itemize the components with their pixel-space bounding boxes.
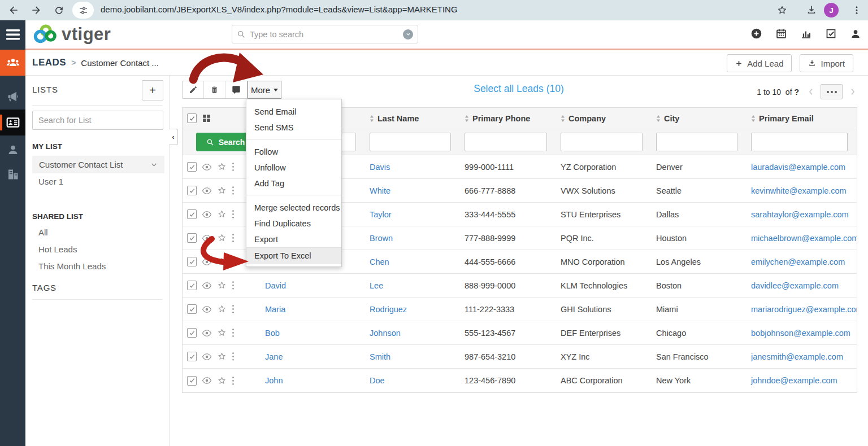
row-actions-kebab-icon[interactable] <box>232 257 235 266</box>
cell-primary-email[interactable]: mariarodriguez@example.com <box>747 305 857 314</box>
cell-primary-email[interactable]: janesmith@example.com <box>747 352 857 361</box>
browser-menu-kebab-icon[interactable] <box>850 3 863 17</box>
row-checkbox[interactable] <box>187 162 197 172</box>
follow-star-icon[interactable] <box>217 162 227 172</box>
table-row[interactable]: John Doe 123-456-7890 ABC Corporation Ne… <box>183 369 857 392</box>
table-row[interactable]: Maria Rodriguez 111-222-3333 GHI Solutio… <box>183 298 857 321</box>
cell-last-name[interactable]: Lee <box>365 281 460 290</box>
pagination-prev-chevron[interactable] <box>806 88 814 95</box>
row-checkbox[interactable] <box>187 233 197 243</box>
column-header-primary-phone[interactable]: Primary Phone <box>460 114 556 123</box>
add-list-button[interactable]: + <box>142 80 163 100</box>
follow-star-icon[interactable] <box>217 257 227 266</box>
follow-star-icon[interactable] <box>217 304 227 314</box>
import-button[interactable]: Import <box>800 54 853 72</box>
address-bar[interactable]: demo.joobilant.com/JBExportXLS_V8/index.… <box>101 5 458 14</box>
follow-star-icon[interactable] <box>217 376 227 386</box>
preview-eye-icon[interactable] <box>202 353 212 361</box>
search-scope-chevron-icon[interactable] <box>403 29 413 40</box>
cell-last-name[interactable]: Smith <box>365 352 460 361</box>
site-settings-icon[interactable] <box>72 2 94 19</box>
rail-leads-contact-card-icon[interactable] <box>0 110 25 135</box>
follow-star-icon[interactable] <box>217 233 227 243</box>
preview-eye-icon[interactable] <box>202 377 212 384</box>
cell-primary-email[interactable]: lauradavis@example.com <box>747 163 857 172</box>
cell-primary-email[interactable]: sarahtaylor@example.com <box>747 210 857 219</box>
follow-star-icon[interactable] <box>217 186 227 195</box>
calendar-icon[interactable] <box>775 28 787 40</box>
rail-organizations-building-icon[interactable] <box>0 161 25 187</box>
column-header-last-name[interactable]: Last Name <box>365 114 460 123</box>
row-actions-kebab-icon[interactable] <box>232 209 235 219</box>
rail-contacts-group-icon[interactable] <box>0 50 25 76</box>
row-actions-kebab-icon[interactable] <box>232 304 235 314</box>
cell-first-name[interactable]: David <box>261 281 365 290</box>
tasks-checkbox-icon[interactable] <box>825 28 837 40</box>
preview-eye-icon[interactable] <box>202 187 212 195</box>
add-lead-button[interactable]: Add Lead <box>727 54 792 72</box>
global-search[interactable] <box>232 25 418 43</box>
cell-last-name[interactable]: Davis <box>365 163 460 172</box>
filter-input-primary-phone[interactable] <box>465 133 547 151</box>
sidebar-item-hot-leads[interactable]: Hot Leads <box>25 241 169 258</box>
global-search-input[interactable] <box>250 30 403 39</box>
sidebar-item-this-month-leads[interactable]: This Month Leads <box>25 258 169 275</box>
column-header-primary-email[interactable]: Primary Email <box>747 114 857 123</box>
preview-eye-icon[interactable] <box>202 211 212 218</box>
row-actions-kebab-icon[interactable] <box>232 352 235 361</box>
column-header-company[interactable]: Company <box>556 114 652 123</box>
row-actions-kebab-icon[interactable] <box>232 281 235 290</box>
rail-campaigns-megaphone-icon[interactable] <box>0 84 25 110</box>
filter-input-last-name[interactable] <box>370 133 451 151</box>
cell-first-name[interactable]: Maria <box>261 305 365 314</box>
cell-last-name[interactable]: Rodriguez <box>365 305 460 314</box>
breadcrumb-list-name[interactable]: Customer Contact ... <box>81 58 159 68</box>
menu-item-export[interactable]: Export <box>246 231 341 247</box>
cell-primary-email[interactable]: bobjohnson@example.com <box>747 329 857 338</box>
cell-last-name[interactable]: Chen <box>365 257 460 266</box>
row-checkbox[interactable] <box>187 186 197 195</box>
row-actions-kebab-icon[interactable] <box>232 328 235 338</box>
filter-input-city[interactable] <box>656 133 737 151</box>
cell-primary-email[interactable]: johndoe@example.com <box>747 376 857 385</box>
menu-item-send-sms[interactable]: Send SMS <box>246 120 341 135</box>
preview-eye-icon[interactable] <box>202 258 212 266</box>
preview-eye-icon[interactable] <box>202 282 212 290</box>
browser-back-icon[interactable] <box>7 3 20 17</box>
module-title[interactable]: LEADS <box>32 57 66 68</box>
follow-star-icon[interactable] <box>217 352 227 361</box>
menu-item-export-to-excel[interactable]: Export To Excel <box>246 247 341 264</box>
follow-star-icon[interactable] <box>217 328 227 338</box>
row-checkbox[interactable] <box>187 352 197 361</box>
menu-item-find-duplicates[interactable]: Find Duplicates <box>246 216 341 231</box>
user-profile-icon[interactable] <box>850 28 861 40</box>
select-all-checkbox[interactable] <box>187 113 197 123</box>
cell-last-name[interactable]: White <box>365 186 460 195</box>
browser-profile-avatar[interactable]: J <box>824 3 839 18</box>
column-header-city[interactable]: City <box>652 114 747 123</box>
row-actions-kebab-icon[interactable] <box>232 162 235 172</box>
follow-star-icon[interactable] <box>217 209 227 219</box>
preview-eye-icon[interactable] <box>202 163 212 171</box>
row-actions-kebab-icon[interactable] <box>232 233 235 243</box>
browser-forward-icon[interactable] <box>29 3 43 17</box>
row-checkbox[interactable] <box>187 328 197 338</box>
filter-input-primary-email[interactable] <box>751 133 848 151</box>
main-menu-hamburger-icon[interactable] <box>0 20 25 49</box>
row-checkbox[interactable] <box>187 281 197 290</box>
pagination-pages-ellipsis-button[interactable] <box>821 84 843 99</box>
menu-item-follow[interactable]: Follow <box>246 144 341 160</box>
row-checkbox[interactable] <box>187 304 197 314</box>
row-actions-kebab-icon[interactable] <box>232 376 235 386</box>
list-search-input[interactable] <box>32 111 163 130</box>
browser-reload-icon[interactable] <box>52 3 66 17</box>
sidebar-collapse-chevron[interactable]: ‹ <box>169 129 178 145</box>
cell-first-name[interactable]: Jane <box>261 352 365 361</box>
follow-star-icon[interactable] <box>217 281 227 290</box>
cell-primary-email[interactable]: kevinwhite@example.com <box>747 186 857 195</box>
sidebar-item-customer-contact-list[interactable]: Customer Contact List <box>32 156 164 173</box>
cell-first-name[interactable]: John <box>261 376 365 385</box>
table-row[interactable]: Bob Johnson 555-123-4567 DEF Enterprises… <box>183 321 857 345</box>
menu-item-send-email[interactable]: Send Email <box>246 104 341 120</box>
cell-last-name[interactable]: Brown <box>365 234 460 243</box>
